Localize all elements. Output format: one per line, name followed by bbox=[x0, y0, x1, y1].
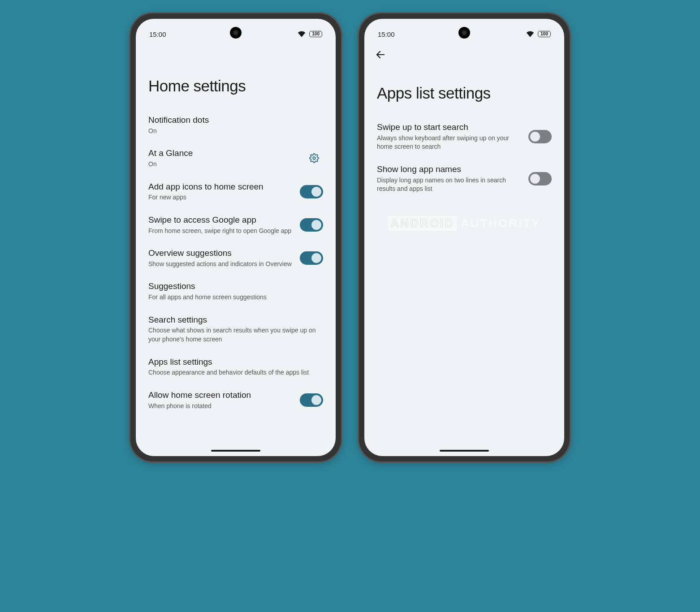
setting-title: At a Glance bbox=[148, 148, 300, 159]
setting-overview-suggestions[interactable]: Overview suggestions Show suggested acti… bbox=[148, 241, 323, 275]
setting-apps-list[interactable]: Apps list settings Choose appearance and… bbox=[148, 350, 323, 384]
setting-title: Suggestions bbox=[148, 281, 323, 292]
setting-subtitle: For new apps bbox=[148, 193, 294, 202]
phone-left: 15:00 100 Home settings Notification dot… bbox=[130, 13, 341, 461]
wifi-icon bbox=[526, 31, 534, 37]
battery-icon: 100 bbox=[309, 31, 322, 37]
setting-title: Swipe up to start search bbox=[377, 122, 523, 133]
settings-list: Swipe up to start search Always show key… bbox=[364, 116, 564, 200]
gear-icon bbox=[309, 153, 319, 163]
setting-long-names[interactable]: Show long app names Display long app nam… bbox=[377, 158, 552, 200]
settings-list: Notification dots On At a Glance On Add … bbox=[136, 108, 336, 417]
setting-subtitle: Show suggested actions and indicators in… bbox=[148, 260, 294, 269]
setting-subtitle: When phone is rotated bbox=[148, 402, 294, 411]
setting-add-app-icons[interactable]: Add app icons to home screen For new app… bbox=[148, 175, 323, 208]
setting-subtitle: On bbox=[148, 127, 323, 136]
screen-home-settings: 15:00 100 Home settings Notification dot… bbox=[136, 19, 336, 456]
setting-subtitle: From home screen, swipe right to open Go… bbox=[148, 227, 294, 236]
battery-icon: 100 bbox=[538, 31, 551, 37]
toggle-overview[interactable] bbox=[300, 251, 323, 265]
gear-button[interactable] bbox=[305, 149, 323, 167]
setting-title: Add app icons to home screen bbox=[148, 181, 294, 193]
setting-title: Show long app names bbox=[377, 164, 523, 175]
setting-title: Allow home screen rotation bbox=[148, 390, 294, 401]
toggle-long-names[interactable] bbox=[528, 172, 552, 185]
setting-search[interactable]: Search settings Choose what shows in sea… bbox=[148, 308, 323, 350]
status-time: 15:00 bbox=[378, 30, 395, 38]
setting-subtitle: On bbox=[148, 160, 300, 169]
setting-subtitle: Choose what shows in search results when… bbox=[148, 326, 323, 344]
watermark-part1: ANDROID bbox=[388, 216, 457, 231]
setting-notification-dots[interactable]: Notification dots On bbox=[148, 108, 323, 142]
setting-title: Search settings bbox=[148, 315, 323, 326]
status-time: 15:00 bbox=[149, 30, 166, 38]
screen-apps-list-settings: 15:00 100 Apps list settings Swipe up to… bbox=[364, 19, 564, 456]
toggle-add-app-icons[interactable] bbox=[300, 185, 323, 198]
camera-cutout-icon bbox=[230, 27, 242, 39]
setting-subtitle: Choose appearance and behavior defaults … bbox=[148, 368, 323, 377]
nav-handle-icon[interactable] bbox=[440, 450, 489, 452]
setting-suggestions[interactable]: Suggestions For all apps and home screen… bbox=[148, 275, 323, 308]
toggle-swipe-google[interactable] bbox=[300, 218, 323, 232]
setting-title: Swipe to access Google app bbox=[148, 215, 294, 226]
setting-swipe-google[interactable]: Swipe to access Google app From home scr… bbox=[148, 208, 323, 241]
svg-point-0 bbox=[313, 157, 315, 160]
page-title: Home settings bbox=[136, 41, 336, 108]
setting-at-a-glance[interactable]: At a Glance On bbox=[148, 142, 323, 175]
status-right: 100 bbox=[526, 31, 551, 37]
setting-title: Apps list settings bbox=[148, 357, 323, 368]
back-arrow-icon[interactable] bbox=[375, 49, 386, 60]
nav-back bbox=[364, 41, 564, 62]
setting-rotation[interactable]: Allow home screen rotation When phone is… bbox=[148, 384, 323, 417]
setting-title: Overview suggestions bbox=[148, 248, 294, 259]
camera-cutout-icon bbox=[458, 27, 470, 39]
page-title: Apps list settings bbox=[364, 62, 564, 116]
setting-swipe-search[interactable]: Swipe up to start search Always show key… bbox=[377, 116, 552, 158]
status-right: 100 bbox=[298, 31, 322, 37]
watermark: ANDROID AUTHORITY bbox=[388, 216, 540, 231]
setting-title: Notification dots bbox=[148, 115, 323, 126]
toggle-rotation[interactable] bbox=[300, 393, 323, 407]
setting-subtitle: Always show keyboard after swiping up on… bbox=[377, 134, 523, 151]
setting-subtitle: Display long app names on two lines in s… bbox=[377, 176, 523, 194]
nav-handle-icon[interactable] bbox=[211, 450, 260, 452]
watermark-part2: AUTHORITY bbox=[461, 216, 541, 230]
wifi-icon bbox=[298, 31, 306, 37]
phone-right: 15:00 100 Apps list settings Swipe up to… bbox=[359, 13, 570, 461]
toggle-swipe-search[interactable] bbox=[528, 130, 552, 143]
setting-subtitle: For all apps and home screen suggestions bbox=[148, 293, 323, 302]
